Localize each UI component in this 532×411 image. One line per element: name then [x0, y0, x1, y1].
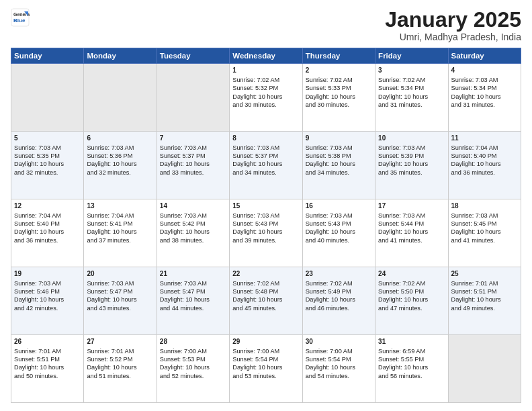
title-area: January 2025 Umri, Madhya Pradesh, India	[385, 8, 521, 42]
cell-info: Daylight: 10 hours	[451, 295, 518, 304]
cell-info: Sunset: 5:34 PM	[378, 84, 445, 92]
cell-info: and 46 minutes.	[306, 304, 372, 312]
day-number: 17	[378, 201, 445, 211]
logo: General Blue	[11, 8, 30, 27]
cell-info: Sunset: 5:40 PM	[14, 220, 81, 228]
day-number: 16	[306, 201, 372, 211]
cell-info: and 41 minutes.	[378, 236, 445, 244]
cell-info: Sunset: 5:43 PM	[306, 220, 372, 228]
day-number: 22	[232, 269, 299, 279]
cell-info: and 49 minutes.	[451, 304, 518, 312]
calendar-cell: 6Sunrise: 7:03 AMSunset: 5:36 PMDaylight…	[84, 132, 157, 199]
day-number: 13	[87, 201, 153, 211]
cell-info: Sunrise: 7:03 AM	[160, 212, 226, 220]
day-number: 31	[378, 337, 445, 347]
cell-info: Sunrise: 7:02 AM	[306, 76, 372, 84]
cell-info: Daylight: 10 hours	[306, 160, 372, 168]
cell-info: and 35 minutes.	[378, 169, 445, 177]
cell-info: and 36 minutes.	[451, 169, 518, 177]
day-number: 30	[306, 337, 372, 347]
cell-info: Daylight: 10 hours	[378, 228, 445, 236]
cell-info: and 36 minutes.	[14, 236, 81, 244]
cell-info: Sunset: 5:48 PM	[232, 287, 299, 295]
calendar-cell: 9Sunrise: 7:03 AMSunset: 5:38 PMDaylight…	[302, 132, 375, 199]
cell-info: and 41 minutes.	[451, 236, 518, 244]
cell-info: Sunrise: 7:03 AM	[232, 212, 299, 220]
calendar-cell: 26Sunrise: 7:01 AMSunset: 5:51 PMDayligh…	[11, 335, 84, 403]
cell-info: Sunrise: 7:01 AM	[451, 279, 518, 287]
cell-info: and 33 minutes.	[160, 169, 226, 177]
col-monday: Monday	[84, 48, 157, 64]
cell-info: and 30 minutes.	[232, 101, 299, 109]
calendar-cell: 21Sunrise: 7:03 AMSunset: 5:47 PMDayligh…	[157, 267, 229, 335]
cell-info: Daylight: 10 hours	[378, 93, 445, 101]
cell-info: and 47 minutes.	[378, 304, 445, 312]
calendar-cell: 30Sunrise: 7:00 AMSunset: 5:54 PMDayligh…	[302, 335, 375, 403]
calendar-cell: 3Sunrise: 7:02 AMSunset: 5:34 PMDaylight…	[375, 64, 448, 132]
cell-info: Daylight: 10 hours	[451, 93, 518, 101]
cell-info: Sunset: 5:53 PM	[160, 355, 226, 363]
cell-info: Sunset: 5:52 PM	[87, 355, 153, 363]
week-row-1: 1Sunrise: 7:02 AMSunset: 5:32 PMDaylight…	[11, 64, 521, 132]
calendar-cell	[84, 64, 157, 132]
cell-info: Sunset: 5:49 PM	[306, 287, 372, 295]
cell-info: Sunrise: 7:03 AM	[378, 212, 445, 220]
calendar-cell: 15Sunrise: 7:03 AMSunset: 5:43 PMDayligh…	[230, 199, 302, 267]
day-number: 5	[14, 134, 81, 143]
day-number: 10	[378, 134, 445, 143]
calendar-cell: 23Sunrise: 7:02 AMSunset: 5:49 PMDayligh…	[302, 267, 375, 335]
cell-info: Daylight: 10 hours	[14, 363, 81, 371]
calendar-cell: 29Sunrise: 7:00 AMSunset: 5:54 PMDayligh…	[230, 335, 302, 403]
location: Umri, Madhya Pradesh, India	[385, 32, 521, 42]
cell-info: Daylight: 10 hours	[306, 295, 372, 304]
day-number: 2	[306, 66, 372, 75]
cell-info: Sunset: 5:54 PM	[306, 355, 372, 363]
cell-info: Sunset: 5:40 PM	[451, 152, 518, 160]
cell-info: Sunset: 5:33 PM	[306, 84, 372, 92]
calendar-cell: 25Sunrise: 7:01 AMSunset: 5:51 PMDayligh…	[448, 267, 521, 335]
cell-info: Sunrise: 7:00 AM	[232, 347, 299, 355]
cell-info: Sunrise: 7:03 AM	[451, 212, 518, 220]
calendar-cell: 24Sunrise: 7:02 AMSunset: 5:50 PMDayligh…	[375, 267, 448, 335]
calendar-cell: 10Sunrise: 7:03 AMSunset: 5:39 PMDayligh…	[375, 132, 448, 199]
cell-info: Sunset: 5:51 PM	[14, 355, 81, 363]
cell-info: Sunset: 5:50 PM	[378, 287, 445, 295]
cell-info: Sunrise: 7:03 AM	[14, 144, 81, 152]
cell-info: Sunrise: 7:03 AM	[451, 76, 518, 84]
cell-info: Sunrise: 7:04 AM	[87, 212, 153, 220]
day-number: 26	[14, 337, 81, 347]
cell-info: Daylight: 10 hours	[232, 228, 299, 236]
cell-info: and 51 minutes.	[87, 372, 153, 380]
calendar-cell: 12Sunrise: 7:04 AMSunset: 5:40 PMDayligh…	[11, 199, 84, 267]
cell-info: Daylight: 10 hours	[306, 93, 372, 101]
cell-info: Daylight: 10 hours	[451, 228, 518, 236]
calendar-cell: 2Sunrise: 7:02 AMSunset: 5:33 PMDaylight…	[302, 64, 375, 132]
week-row-5: 26Sunrise: 7:01 AMSunset: 5:51 PMDayligh…	[11, 335, 521, 403]
cell-info: Daylight: 10 hours	[451, 160, 518, 168]
cell-info: and 31 minutes.	[451, 101, 518, 109]
calendar-cell	[157, 64, 229, 132]
cell-info: Sunrise: 7:03 AM	[306, 144, 372, 152]
cell-info: Daylight: 10 hours	[14, 160, 81, 168]
day-number: 8	[232, 134, 299, 143]
cell-info: Sunset: 5:55 PM	[378, 355, 445, 363]
cell-info: Sunset: 5:47 PM	[160, 287, 226, 295]
cell-info: Sunset: 5:51 PM	[451, 287, 518, 295]
cell-info: Sunrise: 7:01 AM	[87, 347, 153, 355]
calendar-cell: 11Sunrise: 7:04 AMSunset: 5:40 PMDayligh…	[448, 132, 521, 199]
cell-info: Sunrise: 7:02 AM	[232, 279, 299, 287]
calendar-page: General Blue January 2025 Umri, Madhya P…	[0, 0, 532, 411]
day-number: 12	[14, 201, 81, 211]
cell-info: Sunset: 5:44 PM	[378, 220, 445, 228]
cell-info: Sunrise: 7:03 AM	[14, 279, 81, 287]
cell-info: and 32 minutes.	[87, 169, 153, 177]
col-wednesday: Wednesday	[230, 48, 302, 64]
day-number: 9	[306, 134, 372, 143]
cell-info: and 39 minutes.	[232, 236, 299, 244]
cell-info: Sunrise: 7:02 AM	[232, 76, 299, 84]
day-number: 27	[87, 337, 153, 347]
calendar-table: Sunday Monday Tuesday Wednesday Thursday…	[11, 48, 521, 403]
calendar-cell: 4Sunrise: 7:03 AMSunset: 5:34 PMDaylight…	[448, 64, 521, 132]
cell-info: Sunrise: 7:03 AM	[232, 144, 299, 152]
cell-info: Sunset: 5:41 PM	[87, 220, 153, 228]
